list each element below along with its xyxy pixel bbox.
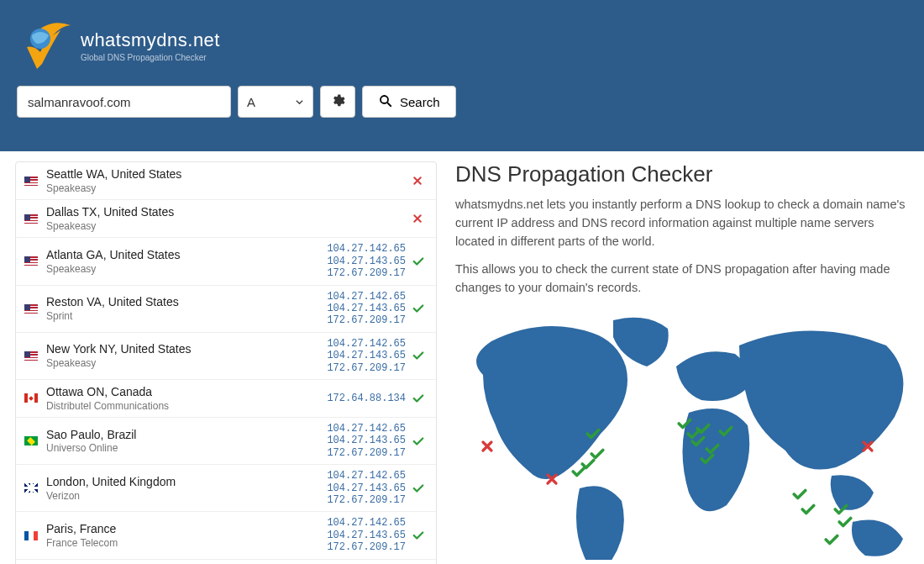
location-city: Dallas TX, United States — [46, 205, 406, 219]
result-row[interactable]: Aachen, GermanyNetAachen104.27.142.65104… — [16, 560, 436, 564]
ip-address: 104.27.143.65 — [327, 482, 406, 494]
domain-input[interactable] — [17, 86, 231, 118]
location: Paris, FranceFrance Telecom — [46, 522, 327, 549]
location-city: Seattle WA, United States — [46, 167, 406, 182]
ip-address: 172.64.88.134 — [327, 393, 406, 404]
map-marker-cross-icon[interactable] — [545, 472, 559, 486]
flag-icon — [24, 214, 38, 224]
brand-name: whatsmydns.net — [81, 29, 220, 51]
ip-address: 172.67.209.17 — [327, 494, 406, 506]
ip-address: 104.27.142.65 — [327, 243, 406, 255]
result-row[interactable]: London, United KingdomVerizon104.27.142.… — [16, 465, 436, 512]
map-marker-check-icon[interactable] — [718, 424, 733, 439]
location-isp: France Telecom — [46, 537, 327, 549]
flag-icon — [24, 304, 38, 314]
ip-address: 104.27.143.65 — [327, 303, 406, 314]
location: Atlanta GA, United StatesSpeakeasy — [46, 248, 327, 275]
location-city: Ottawa ON, Canada — [46, 385, 327, 399]
ip-address: 104.27.143.65 — [327, 256, 406, 267]
location-city: London, United Kingdom — [46, 475, 327, 489]
search-label: Search — [400, 95, 440, 109]
location: Reston VA, United StatesSprint — [46, 295, 327, 322]
ip-list: 104.27.142.65104.27.143.65172.67.209.17 — [327, 243, 406, 279]
map-marker-check-icon[interactable] — [837, 514, 853, 530]
result-row[interactable]: Dallas TX, United StatesSpeakeasy — [16, 200, 436, 238]
location: Ottawa ON, CanadaDistributel Communicati… — [46, 385, 327, 412]
result-row[interactable]: Atlanta GA, United StatesSpeakeasy104.27… — [16, 238, 436, 285]
ip-list: 104.27.142.65104.27.143.65172.67.209.17 — [327, 291, 406, 327]
search-button[interactable]: Search — [362, 86, 456, 118]
ip-address: 172.67.209.17 — [327, 541, 406, 553]
location-isp: Universo Online — [46, 442, 327, 454]
map-marker-cross-icon[interactable] — [861, 440, 874, 453]
panel-title: DNS Propagation Checker — [455, 161, 914, 187]
map-marker-check-icon[interactable] — [792, 487, 807, 502]
ip-list: 104.27.142.65104.27.143.65172.67.209.17 — [327, 338, 406, 374]
map-marker-check-icon[interactable] — [585, 426, 601, 441]
location: Dallas TX, United StatesSpeakeasy — [46, 205, 406, 232]
check-icon — [412, 256, 428, 267]
result-row[interactable]: New York NY, United StatesSpeakeasy104.2… — [16, 333, 436, 380]
location-city: Sao Paulo, Brazil — [46, 428, 327, 442]
record-type-selected: A — [247, 95, 255, 109]
location-isp: Verizon — [46, 490, 327, 502]
location-city: Reston VA, United States — [46, 295, 327, 309]
world-map[interactable] — [455, 308, 914, 560]
check-icon — [412, 435, 428, 447]
ip-address: 104.27.143.65 — [327, 435, 406, 446]
map-marker-cross-icon[interactable] — [480, 440, 494, 453]
result-row[interactable]: Ottawa ON, CanadaDistributel Communicati… — [16, 380, 436, 418]
map-marker-check-icon[interactable] — [700, 451, 715, 466]
result-row[interactable]: Sao Paulo, BrazilUniverso Online104.27.1… — [16, 418, 436, 465]
ip-address: 104.27.142.65 — [327, 338, 406, 350]
header: whatsmydns.net Global DNS Propagation Ch… — [0, 0, 924, 151]
panel-paragraph-1: whatsmydns.net lets you instantly perfor… — [455, 196, 914, 250]
search-form: A Search — [17, 86, 907, 133]
ip-list: 104.27.142.65104.27.143.65172.67.209.17 — [327, 423, 406, 459]
svg-point-1 — [381, 96, 388, 103]
result-row[interactable]: Reston VA, United StatesSprint104.27.142… — [16, 286, 436, 333]
map-marker-check-icon[interactable] — [590, 446, 605, 461]
settings-button[interactable] — [320, 86, 355, 118]
ip-address: 172.67.209.17 — [327, 314, 406, 326]
ip-list: 104.27.142.65104.27.143.65172.67.209.17 — [327, 470, 406, 506]
result-row[interactable]: Paris, FranceFrance Telecom104.27.142.65… — [16, 512, 436, 559]
cross-icon — [412, 176, 428, 186]
svg-line-2 — [387, 103, 391, 107]
panel-paragraph-2: This allows you to check the current sta… — [455, 261, 914, 298]
result-row[interactable]: Seattle WA, United StatesSpeakeasy — [16, 162, 436, 200]
ip-address: 172.67.209.17 — [327, 362, 406, 374]
logo[interactable]: whatsmydns.net Global DNS Propagation Ch… — [17, 12, 907, 86]
location: Seattle WA, United StatesSpeakeasy — [46, 167, 406, 194]
record-type-select[interactable]: A — [238, 86, 313, 118]
check-icon — [412, 350, 428, 361]
map-marker-check-icon[interactable] — [696, 421, 711, 436]
logo-mark-icon — [22, 20, 72, 71]
check-icon — [412, 303, 428, 314]
cross-icon — [412, 213, 428, 224]
ip-list: 172.64.88.134 — [327, 393, 406, 404]
ip-address: 104.27.142.65 — [327, 470, 406, 482]
results-list: Seattle WA, United StatesSpeakeasyDallas… — [15, 161, 437, 564]
ip-address: 104.27.142.65 — [327, 517, 406, 529]
ip-address: 172.67.209.17 — [327, 267, 406, 279]
location-isp: Speakeasy — [46, 263, 327, 275]
ip-address: 104.27.142.65 — [327, 291, 406, 303]
map-marker-check-icon[interactable] — [801, 502, 816, 517]
location-isp: Distributel Communications — [46, 400, 327, 412]
flag-icon — [24, 393, 38, 403]
ip-address: 104.27.143.65 — [327, 350, 406, 361]
ip-address: 172.67.209.17 — [327, 447, 406, 459]
chevron-down-icon — [295, 95, 304, 109]
check-icon — [412, 482, 428, 494]
location: Sao Paulo, BrazilUniverso Online — [46, 428, 327, 455]
ip-address: 104.27.142.65 — [327, 423, 406, 435]
location-city: New York NY, United States — [46, 342, 327, 356]
map-marker-check-icon[interactable] — [824, 532, 839, 547]
location-isp: Speakeasy — [46, 182, 406, 194]
location-isp: Sprint — [46, 310, 327, 322]
flag-icon — [24, 177, 38, 186]
content: Seattle WA, United StatesSpeakeasyDallas… — [0, 151, 924, 564]
ip-address: 104.27.143.65 — [327, 530, 406, 541]
location-isp: Speakeasy — [46, 357, 327, 369]
